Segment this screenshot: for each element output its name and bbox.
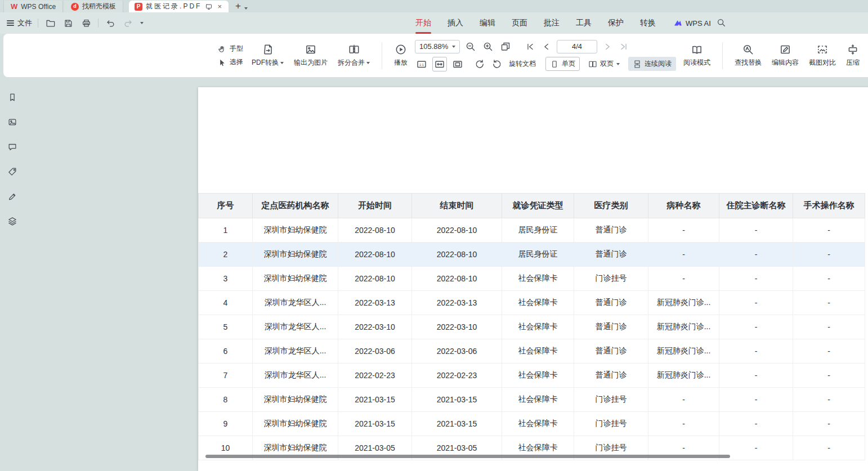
thumbnail-panel-icon[interactable] (6, 116, 19, 128)
table-row: 9深圳市妇幼保健院2021-03-152021-03-15社会保障卡门诊挂号--… (199, 412, 865, 436)
toolbar-separator (382, 42, 382, 69)
menu-tab-page[interactable]: 页面 (512, 12, 527, 34)
compress-label: 压缩 (846, 58, 860, 68)
export-image-button[interactable]: 输出为图片 (289, 41, 333, 70)
menu-tab-protect[interactable]: 保护 (608, 12, 624, 34)
close-tab-icon[interactable]: × (216, 2, 223, 11)
wps-ai-icon (673, 19, 682, 28)
table-cell: - (793, 436, 865, 460)
table-cell: - (793, 218, 865, 243)
table-cell: 8 (199, 388, 253, 412)
redo-icon[interactable] (122, 17, 135, 29)
app-tab-docer-templates[interactable]: d 找稻壳模板 (64, 1, 123, 12)
save-icon[interactable] (62, 17, 74, 29)
table-cell: 1 (199, 218, 253, 243)
wps-logo-icon: W (11, 3, 17, 10)
compress-button[interactable]: 压缩 (841, 41, 865, 70)
table-cell: 新冠肺炎门诊... (648, 291, 719, 315)
next-page-button[interactable] (601, 41, 614, 53)
tabs-dropdown-icon[interactable] (244, 7, 248, 10)
table-cell: 社会保障卡 (502, 267, 574, 291)
table-cell: - (648, 243, 719, 267)
table-cell: 2022-08-10 (338, 267, 412, 291)
table-cell: 深圳市妇幼保健院 (253, 412, 338, 436)
layers-panel-icon[interactable] (6, 215, 19, 227)
pdf-convert-label: PDF转换 (252, 58, 279, 68)
table-row: 4深圳市龙华区人...2022-03-132022-03-13社会保障卡普通门诊… (199, 291, 865, 315)
menu-tab-insert[interactable]: 插入 (448, 12, 463, 34)
undo-history-dropdown-icon[interactable] (140, 22, 144, 24)
edit-content-button[interactable]: 编辑内容 (767, 41, 804, 70)
table-cell: 9 (199, 412, 253, 436)
find-replace-button[interactable]: 查找替换 (730, 41, 767, 70)
rotate-left-icon[interactable] (473, 57, 486, 71)
ribbon-toolbar: 手型 选择 PDF转换 输出为图片 (3, 34, 868, 77)
screenshot-compare-button[interactable]: 截图对比 (804, 41, 841, 70)
fit-page-button[interactable] (451, 57, 464, 71)
fit-width-button[interactable] (432, 57, 447, 71)
new-window-icon[interactable] (499, 40, 512, 53)
table-cell: 新冠肺炎门诊... (648, 339, 719, 364)
first-page-button[interactable] (524, 41, 536, 53)
docer-icon: d (71, 3, 79, 11)
table-cell: 2022-08-10 (338, 218, 412, 243)
rotate-right-icon[interactable] (490, 57, 504, 71)
rotate-doc-label[interactable]: 旋转文档 (509, 59, 536, 69)
table-cell: 2022-08-10 (412, 243, 502, 267)
edit-content-label: 编辑内容 (772, 58, 799, 68)
menu-tab-comment[interactable]: 批注 (544, 12, 560, 34)
tag-panel-icon[interactable] (6, 165, 19, 178)
previous-page-button[interactable] (540, 41, 553, 53)
hand-tool-button[interactable]: 手型 (214, 43, 247, 55)
cursor-icon (217, 58, 226, 67)
single-page-button[interactable]: 单页 (545, 57, 580, 71)
zoom-level-select[interactable]: 105.88% (415, 40, 460, 53)
wps-ai-button[interactable]: WPS AI (673, 12, 711, 34)
table-cell: 门诊挂号 (574, 267, 648, 291)
split-merge-button[interactable]: 拆分合并 (333, 41, 375, 70)
table-cell: - (719, 388, 793, 412)
undo-icon[interactable] (104, 17, 117, 29)
table-cell: 2021-03-15 (338, 412, 412, 436)
continuous-reading-button[interactable]: 连续阅读 (628, 57, 676, 71)
zoom-in-button[interactable] (481, 40, 495, 53)
table-cell: - (793, 291, 865, 315)
view-mode-row: 1:1 旋转文档 单页 (415, 57, 676, 71)
comment-panel-icon[interactable] (6, 141, 19, 153)
table-cell: - (648, 412, 719, 436)
chevron-down-icon (452, 46, 455, 48)
search-icon[interactable] (716, 17, 726, 30)
print-icon[interactable] (80, 17, 92, 29)
table-cell: - (648, 267, 719, 291)
play-button[interactable]: 播放 (389, 41, 413, 70)
menu-tab-convert[interactable]: 转换 (640, 12, 656, 34)
double-page-button[interactable]: 双页 (584, 57, 624, 71)
file-menu-button[interactable]: 文件 (7, 18, 32, 28)
menu-tab-tools[interactable]: 工具 (576, 12, 592, 34)
monitor-icon[interactable] (205, 3, 213, 11)
select-tool-button[interactable]: 选择 (214, 56, 247, 68)
pdf-convert-button[interactable]: PDF转换 (247, 41, 289, 70)
book-icon (691, 43, 703, 56)
menu-tab-edit[interactable]: 编辑 (480, 12, 495, 34)
table-cell: 2 (199, 243, 253, 267)
app-tab-document[interactable]: P 就医记录.PDF × (129, 1, 229, 12)
app-tab-wps-office[interactable]: W WPS Office (3, 1, 63, 12)
signature-panel-icon[interactable] (6, 190, 19, 203)
bookmark-panel-icon[interactable] (6, 91, 19, 104)
zoom-out-button[interactable] (464, 40, 477, 53)
screenshot-compare-icon (816, 43, 829, 56)
table-cell: 2022-08-10 (338, 243, 412, 267)
page-number-input[interactable]: 4/4 (557, 40, 597, 53)
actual-size-button[interactable]: 1:1 (415, 57, 428, 71)
table-cell: 2021-03-15 (412, 388, 502, 412)
read-mode-button[interactable]: 阅读模式 (678, 41, 715, 70)
svg-text:1:1: 1:1 (419, 62, 424, 66)
table-cell: 深圳市龙华区人... (253, 315, 338, 339)
export-image-label: 输出为图片 (294, 58, 328, 68)
horizontal-scrollbar[interactable] (205, 455, 730, 458)
open-file-icon[interactable] (44, 17, 56, 29)
last-page-button[interactable] (618, 41, 630, 53)
new-tab-button[interactable]: + (235, 1, 241, 12)
menu-tab-home[interactable]: 开始 (415, 12, 431, 34)
